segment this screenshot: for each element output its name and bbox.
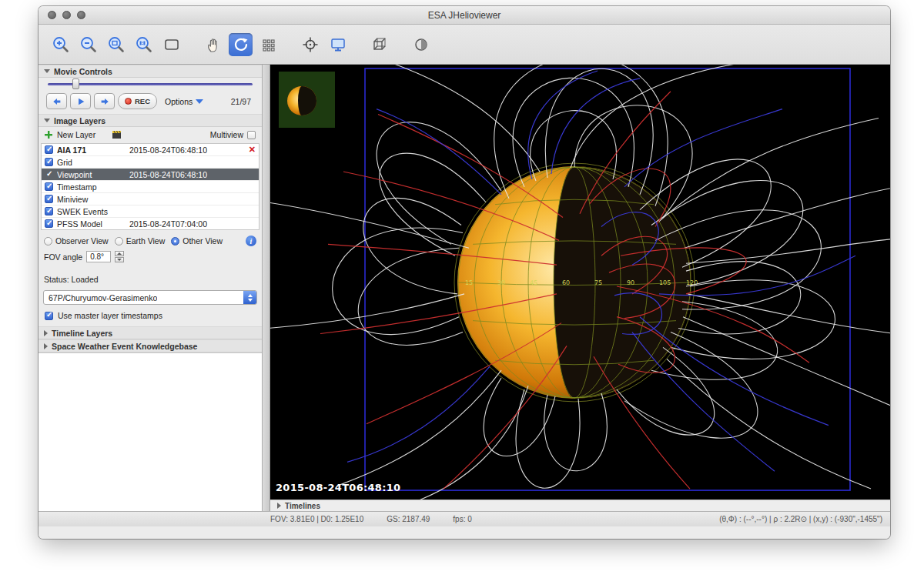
window-controls [38, 11, 85, 19]
miniview-panel [279, 72, 335, 128]
close-button[interactable] [48, 11, 56, 19]
info-icon[interactable] [246, 236, 256, 246]
layer-row-timestamp[interactable]: Timestamp [42, 181, 259, 193]
multiview-checkbox[interactable] [247, 131, 256, 139]
layer-row-viewpoint[interactable]: Viewpoint 2015-08-24T06:48:10 [42, 169, 259, 181]
frame-counter: 21/97 [231, 97, 254, 106]
expand-icon [277, 503, 281, 509]
zoom-one-to-one-icon[interactable] [132, 33, 156, 56]
remove-layer-icon[interactable] [249, 145, 256, 154]
timeline-layers-header[interactable]: Timeline Layers [38, 326, 262, 339]
clapperboard-icon[interactable] [112, 130, 122, 139]
transport-controls: REC Options 21/97 [38, 88, 262, 114]
next-frame-button[interactable] [94, 93, 115, 109]
observer-view-label: Observer View [55, 236, 109, 246]
step-down-icon[interactable] [115, 257, 124, 262]
fov-row: FOV angle 0.8° [38, 249, 262, 268]
layer-name: Grid [57, 158, 129, 167]
new-layer-button[interactable]: New Layer [57, 130, 95, 139]
layer-visibility-checkbox[interactable] [45, 158, 53, 166]
zoom-in-icon[interactable] [49, 33, 72, 56]
layer-visibility-checkbox[interactable] [45, 170, 53, 179]
layer-visibility-checkbox[interactable] [45, 182, 53, 191]
minimize-button[interactable] [62, 11, 71, 19]
sidebar-empty-area [38, 352, 262, 511]
zoom-fit-icon[interactable] [104, 33, 128, 56]
other-view-radio[interactable] [171, 237, 179, 246]
swek-label: Space Weather Event Knowledgebase [52, 342, 197, 351]
svg-text:75: 75 [594, 279, 602, 286]
fov-stepper[interactable] [115, 251, 124, 262]
solar-viewport[interactable]: 15 30 45 60 75 90 105 120 [270, 65, 890, 499]
timeline-layers-label: Timeline Layers [52, 329, 112, 338]
object-select[interactable]: 67P/Churyumov-Gerasimenko [43, 290, 257, 305]
layer-name: AIA 171 [57, 145, 129, 155]
chevron-down-icon [196, 99, 203, 104]
svg-text:60: 60 [562, 279, 570, 286]
layer-name: PFSS Model [57, 219, 129, 229]
sidebar-splitter[interactable] [262, 65, 270, 511]
region-of-interest-icon[interactable] [159, 33, 183, 56]
options-label: Options [165, 97, 192, 106]
movie-controls-header[interactable]: Movie Controls [38, 65, 262, 78]
object-combo-row: 67P/Churyumov-Gerasimenko [38, 286, 262, 306]
layer-name: Timestamp [57, 182, 129, 192]
collapse-icon [44, 69, 50, 73]
layer-visibility-checkbox[interactable] [45, 195, 53, 203]
layer-name: Miniview [57, 195, 129, 204]
svg-text:30: 30 [497, 279, 505, 286]
status-bar: FOV: 3.81E0 | D0: 1.25E10 GS: 2187.49 fp… [38, 511, 890, 526]
layer-row-pfss-model[interactable]: PFSS Model 2015-08-24T07:04:00 [42, 218, 259, 229]
step-up-icon[interactable] [115, 251, 124, 256]
master-timestamps-label: Use master layer timestamps [58, 311, 162, 320]
titlebar[interactable]: ESA JHelioviewer [38, 6, 890, 25]
pan-icon[interactable] [201, 33, 225, 56]
status-fps: fps: 0 [453, 515, 471, 523]
window-footer [38, 526, 890, 539]
status-loaded-text: Status: Loaded [38, 268, 262, 286]
swek-header[interactable]: Space Weather Event Knowledgebase [38, 339, 262, 352]
screenshot-icon[interactable] [326, 33, 350, 56]
track-icon[interactable] [256, 33, 280, 56]
play-button[interactable] [70, 93, 91, 109]
image-layers-header[interactable]: Image Layers [38, 114, 262, 127]
combo-stepper-icon[interactable] [243, 291, 256, 304]
svg-text:45: 45 [530, 279, 537, 286]
off-disk-corona-icon[interactable] [409, 33, 433, 56]
layer-name: Viewpoint [57, 170, 129, 179]
layer-row-miniview[interactable]: Miniview [42, 193, 259, 205]
miniview-sun [279, 72, 335, 128]
zoom-out-icon[interactable] [76, 33, 100, 56]
layer-row-swek-events[interactable]: SWEK Events [42, 205, 259, 218]
layer-visibility-checkbox[interactable] [45, 219, 53, 228]
rotate-icon[interactable] [229, 33, 253, 56]
record-label: REC [135, 97, 150, 105]
layer-timestamp: 2015-08-24T06:48:10 [129, 145, 207, 155]
app-window: ESA JHelioviewer [38, 6, 890, 539]
fov-label: FOV angle [44, 252, 82, 262]
svg-text:15: 15 [465, 279, 473, 286]
layer-visibility-checkbox[interactable] [45, 207, 53, 215]
previous-frame-button[interactable] [46, 93, 67, 109]
crosshair-icon[interactable] [298, 33, 322, 56]
fov-input[interactable]: 0.8° [86, 251, 111, 262]
timelines-header[interactable]: Timelines [270, 499, 890, 511]
master-timestamps-checkbox[interactable] [45, 312, 53, 320]
status-gs: GS: 2187.49 [387, 515, 430, 523]
solar-scene: 15 30 45 60 75 90 105 120 [270, 65, 890, 499]
status-position: (θ,Φ) : (--°,--°) | ρ : 2.2R⊙ | (x,y) : … [719, 515, 890, 523]
observer-view-radio[interactable] [44, 237, 52, 246]
frame-slider-handle[interactable] [72, 79, 79, 89]
record-button[interactable]: REC [118, 93, 157, 109]
layer-row-grid[interactable]: Grid [42, 156, 259, 169]
control-sidebar: Movie Controls REC [38, 65, 262, 511]
earth-view-radio[interactable] [115, 237, 123, 246]
frame-slider-track[interactable] [48, 83, 253, 85]
options-dropdown[interactable]: Options [165, 97, 203, 106]
timelines-label: Timelines [285, 502, 320, 510]
layer-visibility-checkbox[interactable] [45, 145, 53, 154]
layer-row-aia171[interactable]: AIA 171 2015-08-24T06:48:10 [42, 144, 259, 156]
projection-cube-icon[interactable] [367, 33, 391, 56]
zoom-button[interactable] [77, 11, 85, 19]
frame-slider[interactable] [38, 78, 262, 88]
